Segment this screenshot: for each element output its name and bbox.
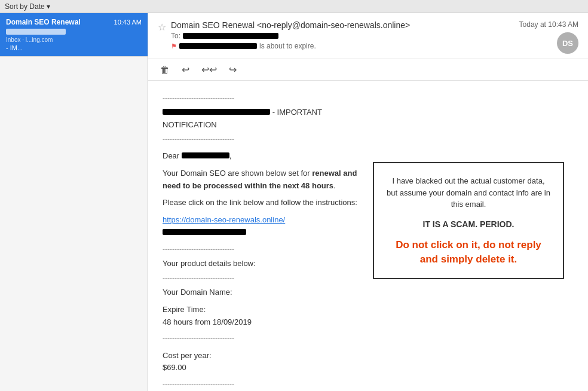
top-bar: Sort by Date ▾ xyxy=(0,0,588,13)
dear-comma: , xyxy=(229,151,232,160)
star-icon[interactable]: ☆ xyxy=(158,22,166,33)
divider-6: ------------------------------ xyxy=(163,379,361,390)
divider-3: ------------------------------ xyxy=(163,244,361,255)
domain-name-label: Your Domain Name: xyxy=(163,286,361,299)
body-left: ------------------------------ - IMPORTA… xyxy=(163,90,361,391)
expire-section: Expire Time: 48 hours from 18/09/2019 xyxy=(163,304,361,329)
dear-label: Dear xyxy=(163,151,179,160)
to-label: To: xyxy=(171,32,180,40)
email-account: Inbox · l...ing.com xyxy=(6,36,142,43)
cost-label: Cost per year: xyxy=(163,350,361,362)
warning-line2: but assume your domain and contact info … xyxy=(387,188,550,197)
email-preview: - IM... xyxy=(6,44,142,51)
cost-section: Cost per year: $69.00 xyxy=(163,350,361,375)
main-layout: Domain SEO Renewal 10:43 AM Inbox · l...… xyxy=(0,13,588,391)
reply-all-button[interactable]: ↩↩ xyxy=(199,63,219,77)
sort-by-button[interactable]: Sort by Date ▾ xyxy=(5,2,50,11)
divider-1: ------------------------------ xyxy=(163,93,361,104)
email-meta-right: Today at 10:43 AM DS xyxy=(519,20,578,54)
email-subject-area: Domain SEO Renewal <no-reply@domain-seo-… xyxy=(171,20,519,50)
heading-redacted xyxy=(163,109,270,115)
email-toolbar: 🗑 ↩ ↩↩ ↪ xyxy=(148,59,588,81)
chevron-down-icon: ▾ xyxy=(47,2,50,11)
cost-value: $69.00 xyxy=(163,362,361,374)
para1-post: . xyxy=(333,181,336,190)
warning-line3: this email. xyxy=(451,200,486,209)
email-content: ☆ Domain SEO Renewal <no-reply@domain-se… xyxy=(148,13,588,391)
link1-path-redacted xyxy=(163,229,246,235)
heading-line: - IMPORTANT NOTIFICATION xyxy=(163,106,361,132)
email-time: 10:43 AM xyxy=(114,19,142,26)
scam-text: IT IS A SCAM. PERIOD. xyxy=(386,218,551,231)
product-label: Your product details below: xyxy=(163,258,361,270)
body-two-col: ------------------------------ - IMPORTA… xyxy=(163,90,574,391)
email-from: Domain SEO Renewal xyxy=(6,18,81,26)
link1[interactable]: https://domain-seo-renewals.online/ xyxy=(163,215,285,224)
email-redacted-bar xyxy=(6,28,142,36)
para2: Please click on the link below and follo… xyxy=(163,197,361,209)
para2-text: Please click on the link below and follo… xyxy=(163,198,357,207)
link1-section: https://domain-seo-renewals.online/ xyxy=(163,214,361,239)
divider-5: ------------------------------ xyxy=(163,333,361,344)
email-subject: Domain SEO Renewal <no-reply@domain-seo-… xyxy=(171,20,519,30)
warning-box: I have blacked out the actual customer d… xyxy=(373,162,564,279)
email-to-line: To: xyxy=(171,32,519,40)
domain-redacted xyxy=(179,43,257,49)
redacted-address xyxy=(6,29,66,35)
divider-4: ------------------------------ xyxy=(163,273,361,284)
list-item[interactable]: Domain SEO Renewal 10:43 AM Inbox · l...… xyxy=(0,13,148,57)
sidebar: Domain SEO Renewal 10:43 AM Inbox · l...… xyxy=(0,13,148,391)
warning-text: I have blacked out the actual customer d… xyxy=(386,175,551,210)
expire-time-label: Expire Time: xyxy=(163,304,361,316)
email-body: ------------------------------ - IMPORTA… xyxy=(148,81,588,391)
forward-button[interactable]: ↪ xyxy=(226,63,239,77)
para1-pre: Your Domain SEO are shown below set for xyxy=(163,169,312,178)
dear-name-redacted xyxy=(182,152,229,158)
warning-line1: I have blacked out the actual customer d… xyxy=(392,176,544,185)
expire-text: is about to expire. xyxy=(259,42,316,50)
email-timestamp: Today at 10:43 AM xyxy=(519,20,578,29)
sort-by-label: Sort by Date xyxy=(5,2,45,11)
reply-button[interactable]: ↩ xyxy=(179,63,192,77)
avatar: DS xyxy=(557,32,578,54)
expire-time-value: 48 hours from 18/09/2019 xyxy=(163,316,361,329)
email-header: ☆ Domain SEO Renewal <no-reply@domain-se… xyxy=(148,13,588,59)
expire-line: ⚑ is about to expire. xyxy=(171,42,519,50)
email-header-left: ☆ Domain SEO Renewal <no-reply@domain-se… xyxy=(158,20,519,50)
dear-section: Dear , xyxy=(163,150,361,163)
to-address-redacted xyxy=(183,33,278,39)
warning-action-text: Do not click on it, do not reply and sim… xyxy=(386,238,551,267)
trash-button[interactable]: 🗑 xyxy=(158,63,172,77)
divider-2: ------------------------------ xyxy=(163,134,361,145)
email-item-header: Domain SEO Renewal 10:43 AM xyxy=(6,18,142,26)
flag-icon: ⚑ xyxy=(171,42,177,50)
para1: Your Domain SEO are shown below set for … xyxy=(163,167,361,193)
